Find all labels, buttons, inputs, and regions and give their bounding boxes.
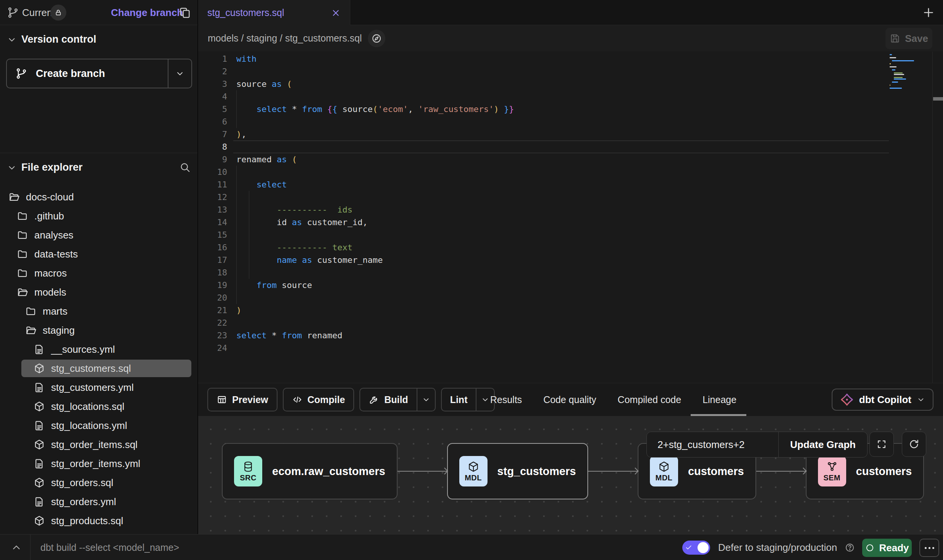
code-line-12[interactable]: 12 bbox=[198, 191, 943, 203]
chevron-down-icon[interactable] bbox=[7, 163, 17, 173]
close-icon[interactable] bbox=[331, 8, 341, 18]
lineage-node-ecom-raw-customers[interactable]: SRCecom.raw_customers bbox=[222, 443, 398, 499]
file-item-stg-products-sql[interactable]: stg_products.sql bbox=[0, 511, 197, 530]
button-label: Compile bbox=[308, 394, 345, 405]
code-line-18[interactable]: 18 bbox=[198, 266, 943, 279]
file-item-stg-order-items-yml[interactable]: stg_order_items.yml bbox=[0, 454, 197, 473]
build-button[interactable]: Build bbox=[359, 388, 436, 411]
lineage-node-stg-customers[interactable]: MDLstg_customers bbox=[447, 443, 588, 499]
file-item-stg-locations-yml[interactable]: stg_locations.yml bbox=[0, 416, 197, 435]
code-line-19[interactable]: 19 from source bbox=[198, 279, 943, 291]
command-input[interactable]: dbt build --select <model_name> bbox=[40, 534, 179, 560]
fullscreen-button[interactable] bbox=[869, 432, 894, 457]
create-branch-button[interactable]: Create branch bbox=[6, 59, 192, 88]
file-item-data-tests[interactable]: data-tests bbox=[0, 245, 197, 264]
file-item-staging[interactable]: staging bbox=[0, 321, 197, 340]
code-editor[interactable]: 1with23source as (45 select * from {{ so… bbox=[198, 52, 943, 383]
lineage-selector-input[interactable]: 2+stg_customers+2 bbox=[647, 432, 778, 457]
status-circle-icon bbox=[865, 543, 875, 553]
code-line-11[interactable]: 11 select bbox=[198, 178, 943, 191]
code-line-9[interactable]: 9renamed as ( bbox=[198, 153, 943, 166]
line-number: 15 bbox=[198, 229, 227, 241]
code-line-23[interactable]: 23select * from renamed bbox=[198, 329, 943, 342]
save-button[interactable]: Save bbox=[885, 28, 932, 49]
file-item-stg-orders-yml[interactable]: stg_orders.yml bbox=[0, 492, 197, 511]
ide-status-button[interactable]: Ready bbox=[862, 539, 912, 557]
tab-results[interactable]: Results bbox=[490, 394, 522, 405]
code-line-14[interactable]: 14 id as customer_id, bbox=[198, 216, 943, 229]
code-line-20[interactable]: 20 bbox=[198, 291, 943, 304]
explore-lineage-button[interactable] bbox=[368, 30, 385, 47]
file-item-macros[interactable]: macros bbox=[0, 264, 197, 283]
tab-compiled-code[interactable]: Compiled code bbox=[617, 394, 681, 405]
line-number: 9 bbox=[198, 153, 227, 166]
code-line-24[interactable]: 24 bbox=[198, 342, 943, 354]
code-line-6[interactable]: 6 bbox=[198, 115, 943, 128]
line-number: 19 bbox=[198, 279, 227, 291]
file-explorer-header: File explorer bbox=[0, 153, 197, 173]
check-icon bbox=[685, 544, 693, 551]
chevron-down-icon bbox=[917, 395, 925, 404]
build-dropdown[interactable] bbox=[417, 389, 435, 411]
code-line-13[interactable]: 13 ---------- ids bbox=[198, 203, 943, 216]
new-tab-plus-icon[interactable] bbox=[922, 6, 935, 19]
line-number: 11 bbox=[198, 178, 227, 191]
code-line-22[interactable]: 22 bbox=[198, 317, 943, 329]
code-line-17[interactable]: 17 name as customer_name bbox=[198, 254, 943, 266]
copy-icon[interactable] bbox=[178, 6, 191, 19]
dbt-copilot-button[interactable]: dbt Copilot bbox=[832, 389, 933, 411]
file-item--github[interactable]: .github bbox=[0, 206, 197, 226]
file-item-stg-customers-yml[interactable]: stg_customers.yml bbox=[0, 378, 197, 397]
code-line-7[interactable]: 7), bbox=[198, 128, 943, 141]
create-branch-dropdown[interactable] bbox=[168, 59, 191, 88]
tab-code-quality[interactable]: Code quality bbox=[543, 394, 596, 405]
code-line-5[interactable]: 5 select * from {{ source('ecom', 'raw_c… bbox=[198, 103, 943, 115]
file-item-stg-orders-sql[interactable]: stg_orders.sql bbox=[0, 473, 197, 492]
code-line-21[interactable]: 21) bbox=[198, 304, 943, 317]
folder-icon bbox=[25, 306, 37, 317]
preview-button[interactable]: Preview bbox=[207, 388, 277, 411]
code-line-16[interactable]: 16 ---------- text bbox=[198, 241, 943, 254]
code-line-8[interactable]: 8 bbox=[198, 141, 943, 153]
file-item-docs-cloud[interactable]: docs-cloud bbox=[0, 187, 197, 206]
breadcrumb: models / staging / stg_customers.sql bbox=[208, 33, 362, 44]
lineage-panel[interactable]: SRCecom.raw_customersMDLstg_customersMDL… bbox=[198, 416, 943, 534]
scrollbar-marker[interactable] bbox=[933, 97, 943, 101]
minimap[interactable] bbox=[890, 54, 914, 91]
refresh-button[interactable] bbox=[902, 432, 926, 457]
chevron-down-icon[interactable] bbox=[7, 35, 17, 45]
code-line-4[interactable]: 4 bbox=[198, 90, 943, 103]
lint-button[interactable]: Lint bbox=[441, 388, 495, 411]
mdl-badge: MDL bbox=[459, 456, 488, 486]
file-item-marts[interactable]: marts bbox=[0, 302, 197, 321]
file-item-analyses[interactable]: analyses bbox=[0, 226, 197, 245]
file-item-models[interactable]: models bbox=[0, 283, 197, 302]
code-line-10[interactable]: 10 bbox=[198, 166, 943, 178]
copilot-label: dbt Copilot bbox=[859, 394, 911, 406]
line-number: 17 bbox=[198, 254, 227, 266]
compile-button[interactable]: Compile bbox=[283, 388, 354, 411]
table-icon bbox=[217, 394, 227, 405]
update-graph-button[interactable]: Update Graph bbox=[778, 432, 867, 457]
code-line-3[interactable]: 3source as ( bbox=[198, 78, 943, 90]
search-icon[interactable] bbox=[179, 162, 191, 173]
line-number: 23 bbox=[198, 329, 227, 342]
tab-lineage[interactable]: Lineage bbox=[702, 394, 736, 405]
line-content: id as customer_id, bbox=[236, 216, 367, 229]
line-number: 16 bbox=[198, 241, 227, 254]
defer-toggle[interactable] bbox=[682, 541, 710, 555]
badge-label: MDL bbox=[465, 474, 482, 482]
file-item-stg-order-items-sql[interactable]: stg_order_items.sql bbox=[0, 435, 197, 454]
file-item--sources-yml[interactable]: __sources.yml bbox=[0, 340, 197, 359]
code-line-1[interactable]: 1with bbox=[198, 53, 943, 65]
file-item-stg-locations-sql[interactable]: stg_locations.sql bbox=[0, 397, 197, 416]
chevron-up-icon[interactable] bbox=[11, 542, 22, 553]
tab-stg-customers-sql[interactable]: stg_customers.sql bbox=[198, 0, 350, 26]
code-line-2[interactable]: 2 bbox=[198, 65, 943, 78]
more-options-button[interactable] bbox=[919, 539, 939, 557]
change-branch-link[interactable]: Change branch bbox=[111, 0, 183, 25]
help-icon[interactable] bbox=[845, 542, 855, 553]
code-line-15[interactable]: 15 bbox=[198, 229, 943, 241]
git-branch-icon bbox=[15, 67, 27, 80]
file-item-stg-customers-sql[interactable]: stg_customers.sql bbox=[0, 359, 197, 378]
